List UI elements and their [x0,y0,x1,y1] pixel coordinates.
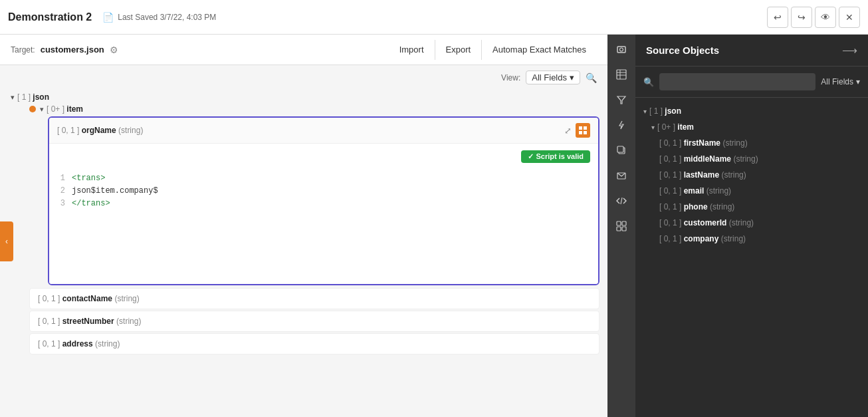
script-valid-badge: ✓ Script is valid [521,150,590,163]
source-panel-header: Source Objects ⟶ [635,35,868,67]
source-tree: ▾ [ 1 ] json ▾ [ 0+ ] item [ 0, 1 ] firs… [635,98,868,417]
target-name: customers.json [41,45,104,55]
mapping-card-actions: ⤢ [564,123,590,138]
source-filter-select[interactable]: All Fields ▾ [821,77,860,86]
tree-item-caret: ▾ [40,105,44,114]
source-tree-root[interactable]: ▾ [ 1 ] json [635,103,868,119]
code-editor[interactable]: 1 <trans> 2 json$item.company$ 3 </trans… [49,166,598,284]
grid2-icon [616,221,627,231]
code-icon [616,196,627,206]
source-panel-title: Source Objects [646,45,719,56]
tree-root-label: [ 1 ] json [17,92,49,102]
tree-area: ▾ [ 1 ] json ▾ [ 0+ ] item [0,87,607,361]
icon-btn-7[interactable] [609,189,633,213]
grid-icon [579,126,587,134]
icon-btn-8[interactable] [609,214,633,238]
source-field-email[interactable]: [ 0, 1 ] email (string) [635,183,868,199]
source-collapse-button[interactable]: ⟶ [842,44,857,57]
svg-marker-10 [617,96,625,104]
target-label: Target: [11,45,35,55]
source-field-customerId[interactable]: [ 0, 1 ] customerId (string) [635,215,868,231]
automap-button[interactable]: Automap Exact Matches [482,40,597,60]
field-row[interactable]: [ 0, 1 ] contactName (string) [29,288,599,309]
main-layout: Target: customers.json ⚙ Import Export A… [0,35,868,417]
mapping-card: [ 0, 1 ] orgName (string) ⤢ [48,116,599,285]
tree-root-node[interactable]: ▾ [ 1 ] json [11,92,599,102]
tree-item-label: [ 0+ ] item [47,104,83,114]
view-bar: View: All Fields ▾ 🔍 [0,65,607,87]
line-content: </trans> [72,198,110,210]
camera-icon [616,44,627,55]
expand-icon[interactable]: ⤢ [564,126,572,136]
icon-btn-2[interactable] [609,63,633,86]
badge-row: ✓ Script is valid [49,144,598,166]
connection-dot [29,106,36,112]
field-row[interactable]: [ 0, 1 ] address (string) [29,333,599,354]
source-tree-item[interactable]: ▾ [ 0+ ] item [635,119,868,135]
table-icon [616,69,627,80]
mapping-card-header: [ 0, 1 ] orgName (string) ⤢ [49,118,598,144]
svg-rect-4 [617,47,625,53]
import-button[interactable]: Import [389,40,435,60]
settings-icon[interactable]: ⚙ [110,45,118,55]
svg-rect-3 [584,131,587,134]
chevron-down-icon: ▾ [856,77,860,86]
line-content: json$item.company$ [72,185,158,198]
svg-rect-0 [579,126,582,130]
content-area: ‹ View: All Fields ▾ 🔍 ▾ [ 1 ] json [0,65,607,417]
icon-btn-5[interactable] [609,138,633,162]
svg-rect-1 [584,126,587,130]
left-panel: Target: customers.json ⚙ Import Export A… [0,35,607,417]
right-icon-bar [607,35,635,417]
source-field-firstName[interactable]: [ 0, 1 ] firstName (string) [635,135,868,151]
source-field-middleName[interactable]: [ 0, 1 ] middleName (string) [635,151,868,167]
field-row[interactable]: [ 0, 1 ] streetNumber (string) [29,311,599,332]
undo-button[interactable]: ↩ [767,7,788,28]
code-line-3: 3 </trans> [57,198,590,210]
icon-btn-6[interactable] [609,164,633,188]
source-field-lastName[interactable]: [ 0, 1 ] lastName (string) [635,167,868,183]
left-collapse-tab[interactable]: ‹ [0,221,13,261]
svg-rect-16 [622,221,626,225]
source-field-phone[interactable]: [ 0, 1 ] phone (string) [635,199,868,215]
chevron-left-icon: ‹ [5,237,8,246]
chevron-down-icon: ▾ [570,72,574,82]
toolbar-right: Import Export Automap Exact Matches [389,40,597,60]
svg-rect-2 [579,131,582,134]
line-number: 1 [57,172,65,185]
close-button[interactable]: ✕ [839,7,860,28]
toolbar: Target: customers.json ⚙ Import Export A… [0,35,607,65]
save-info: 📄 Last Saved 3/7/22, 4:03 PM [102,12,216,23]
icon-btn-3[interactable] [609,88,633,112]
save-icon: 📄 [102,12,114,23]
code-line-2: 2 json$item.company$ [57,185,590,198]
redo-button[interactable]: ↪ [791,7,812,28]
filter-label: All Fields [821,77,853,86]
mapping-field-label: [ 0, 1 ] orgName (string) [57,126,143,135]
icon-btn-1[interactable] [609,37,633,61]
search-icon[interactable]: 🔍 [586,72,597,83]
lightning-icon [616,120,627,130]
toolbar-left: Target: customers.json ⚙ [11,45,118,55]
export-button[interactable]: Export [435,40,483,60]
app-title: Demonstration 2 [8,11,92,23]
svg-rect-15 [617,221,621,225]
view-select-value: All Fields [532,72,567,82]
grid-icon-button[interactable] [576,123,590,138]
source-field-company[interactable]: [ 0, 1 ] company (string) [635,231,868,247]
source-search-input[interactable] [659,73,815,90]
view-label: View: [501,73,520,82]
view-select[interactable]: All Fields ▾ [526,70,580,84]
code-editor-empty-space [57,211,590,277]
tree-caret: ▾ [643,108,647,115]
source-root-label: [ 1 ] json [649,106,681,116]
filter-icon [616,94,627,105]
icon-btn-4[interactable] [609,113,633,137]
code-line-1: 1 <trans> [57,172,590,185]
preview-button[interactable]: 👁 [815,7,836,28]
line-content: <trans> [72,172,105,185]
tree-caret: ▾ [651,124,655,131]
svg-rect-6 [617,70,626,79]
tree-item-row[interactable]: ▾ [ 0+ ] item [29,104,599,114]
source-panel: Source Objects ⟶ 🔍 All Fields ▾ ▾ [ 1 ] … [635,35,868,417]
